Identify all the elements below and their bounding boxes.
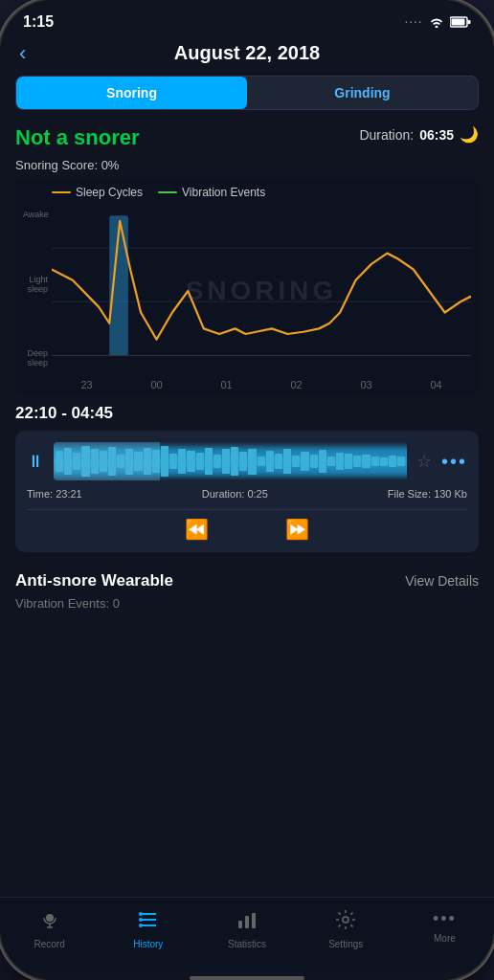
chart-y-labels: Awake Light sleep Deep sleep [23,205,52,377]
score-title: Not a snorer [15,125,140,150]
audio-waveform[interactable] [54,442,407,480]
time-label: Time: [27,488,53,500]
favorite-icon[interactable]: ☆ [416,451,432,472]
duration-value-audio: 0:25 [247,488,267,500]
x-label-23: 23 [80,379,92,390]
nav-more[interactable]: ••• More [395,905,494,953]
sleep-chart-svg [52,205,471,377]
moon-icon: 🌙 [460,125,479,144]
x-label-03: 03 [360,379,371,390]
time-value: 23:21 [56,488,82,500]
time-range: 22:10 - 04:45 [0,394,494,431]
more-options-button[interactable]: ••• [441,451,467,473]
chart-area: Awake Light sleep Deep sleep [23,205,471,377]
audio-controls: ⏪ ⏩ [27,509,467,541]
audio-duration: Duration: 0:25 [202,488,268,500]
chart-svg: SNORING [52,205,471,377]
svg-rect-1 [452,18,465,25]
legend-sleep-dot [52,191,71,193]
x-label-00: 00 [150,379,162,390]
audio-meta: Time: 23:21 Duration: 0:25 File Size: 13… [27,488,467,500]
phone-frame: 1:15 ···· ‹ August [0,0,494,980]
snoring-score-label: Snoring Score: [15,158,98,172]
svg-point-8 [46,914,54,922]
duration-value: 06:35 [419,127,454,143]
header: ‹ August 22, 2018 [0,38,494,76]
x-label-02: 02 [290,379,302,390]
legend-vibration-dot [158,191,177,193]
back-button[interactable]: ‹ [19,41,26,66]
nav-statistics-label: Statistics [228,939,266,949]
x-label-01: 01 [220,379,232,390]
nav-record[interactable]: Record [0,905,99,953]
legend-vibration: Vibration Events [158,186,265,199]
wifi-icon [429,14,444,31]
statistics-icon [236,909,258,935]
nav-settings-label: Settings [328,939,363,949]
more-icon: ••• [433,909,457,929]
signal-dots-icon: ···· [405,17,423,28]
y-label-awake: Awake [23,210,48,219]
tab-snoring[interactable]: Snoring [16,77,247,109]
y-label-light: Light sleep [23,275,48,294]
wearable-title: Anti-snore Wearable [15,571,173,590]
svg-point-16 [139,924,143,927]
nav-settings[interactable]: Settings [297,905,395,953]
audio-filesize: File Size: 130 Kb [388,488,467,500]
header-title: August 22, 2018 [174,42,320,64]
legend-sleep-label: Sleep Cycles [76,186,143,199]
svg-rect-17 [238,921,242,928]
fast-forward-button[interactable]: ⏩ [285,518,309,541]
tab-grinding[interactable]: Grinding [247,77,478,109]
svg-point-14 [139,918,143,922]
score-section: Not a snorer Duration: 06:35 🌙 [0,122,494,158]
view-details-button[interactable]: View Details [405,573,479,589]
wearable-section: Anti-snore Wearable View Details [0,564,494,594]
svg-point-12 [139,912,143,916]
chart-container: Sleep Cycles Vibration Events Awake Ligh… [15,178,479,394]
nav-more-label: More [434,933,456,944]
status-time: 1:15 [23,13,54,31]
record-icon [39,909,60,935]
filesize-value: 130 Kb [434,488,467,500]
svg-rect-18 [245,916,249,928]
vibration-events: Vibration Events: 0 [0,594,494,618]
status-bar: 1:15 ···· [0,0,494,38]
filesize-label: File Size: [388,488,431,500]
nav-statistics[interactable]: Statistics [197,905,296,953]
chart-x-labels: 23 00 01 02 03 04 [23,377,471,390]
y-label-deep: Deep sleep [23,348,48,368]
rewind-button[interactable]: ⏪ [185,518,209,541]
pause-button[interactable]: ⏸ [27,452,44,472]
bottom-nav: Record History [0,897,494,972]
waveform-progress [54,442,160,480]
nav-record-label: Record [34,939,64,949]
duration-info: Duration: 06:35 🌙 [359,125,479,144]
snoring-score: Snoring Score: 0% [0,158,494,178]
nav-history-label: History [133,939,163,949]
phone-screen: 1:15 ···· ‹ August [0,0,494,980]
chart-legend: Sleep Cycles Vibration Events [23,186,471,199]
x-label-04: 04 [430,379,441,390]
nav-history[interactable]: History [99,905,197,953]
audio-time: Time: 23:21 [27,488,82,500]
snoring-score-value: 0% [101,158,120,172]
audio-waveform-row: ⏸ [27,442,467,480]
home-indicator [190,976,304,980]
duration-label: Duration: [359,127,414,143]
tab-toggle: Snoring Grinding [15,76,479,110]
audio-player: ⏸ [15,431,479,552]
history-icon [138,909,159,935]
legend-sleep-cycles: Sleep Cycles [52,186,143,199]
svg-rect-19 [252,913,256,928]
battery-icon [450,14,471,31]
status-icons: ···· [405,14,471,31]
svg-rect-2 [468,20,471,24]
legend-vibration-label: Vibration Events [182,186,265,199]
svg-point-20 [343,917,348,923]
settings-icon [335,909,356,935]
duration-label-audio: Duration: [202,488,245,500]
